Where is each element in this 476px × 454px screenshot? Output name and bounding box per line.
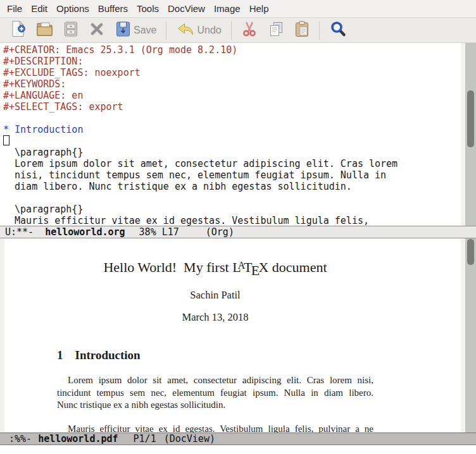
left-fringe: [0, 238, 4, 433]
menu-item-image[interactable]: Image: [210, 3, 245, 14]
buffer-line: [3, 113, 460, 124]
toolbar-separator: [231, 21, 232, 40]
scrollbar-track-org[interactable]: [465, 43, 476, 226]
pdf-text-line: Nunc tristique ex a nibh egestas sollici…: [57, 399, 373, 412]
scrollbar-thumb-org[interactable]: [467, 90, 474, 147]
file-cabinet-icon: [63, 21, 78, 40]
buffer-line: Mauris efficitur vitae ex id egestas. Ve…: [3, 215, 460, 226]
echo-area[interactable]: [0, 445, 476, 454]
undo-button[interactable]: Undo: [171, 19, 226, 42]
mode-line-org: U:**- helloworld.org 38% L17 (Org): [0, 226, 476, 238]
pdf-section-heading: 1Introduction: [57, 348, 141, 362]
docview-window[interactable]: Hello World! My first LATEX document Sac…: [0, 238, 476, 433]
new-file-icon: [10, 20, 26, 40]
buffer-line: #+DESCRIPTION:: [3, 56, 460, 67]
open-folder-icon: [36, 21, 53, 39]
scrollbar-thumb-pdf[interactable]: [467, 239, 474, 265]
scissors-icon: [241, 21, 258, 40]
mode-line-pdf: :%%- helloworld.pdf P1/1 (DocView): [0, 433, 476, 445]
copy-pages-icon: [268, 21, 284, 40]
save-button-label: Save: [134, 25, 156, 36]
new-file-button[interactable]: [5, 19, 31, 42]
undo-arrow-icon: [176, 21, 194, 39]
right-fringe: [461, 238, 465, 433]
buffer-line: #+EXCLUDE_TAGS: noexport: [3, 67, 460, 78]
modeline-buffer-name: helloworld.org: [45, 226, 125, 238]
paste-button[interactable]: [289, 19, 315, 42]
buffer-line: diam libero. Nunc tristique ex a nibh eg…: [3, 181, 460, 192]
buffer-line: nisi, tincidunt tempus sem nec, elementu…: [3, 169, 460, 181]
toolbar-separator: [166, 21, 166, 40]
right-fringe: [461, 43, 465, 226]
buffer-line: [3, 192, 460, 204]
modeline-major-mode[interactable]: (DocView): [164, 433, 215, 445]
modeline-flags: :%%-: [9, 433, 32, 445]
menu-item-options[interactable]: Options: [52, 3, 94, 14]
buffer-line: #+KEYWORDS:: [3, 78, 460, 90]
menu-item-tools[interactable]: Tools: [132, 3, 163, 14]
buffer-line: #+SELECT_TAGS: export: [3, 101, 460, 113]
search-icon: [329, 20, 347, 40]
buffer-line: [3, 135, 460, 147]
save-disk-icon: [115, 21, 131, 40]
pdf-page: Hello World! My first LATEX document Sac…: [4, 238, 426, 433]
pdf-text-line: Lorem ipsum dolor sit amet, consectetur …: [57, 374, 373, 387]
pdf-partial-line: Mauris efficitur vitae ex id egestas. Ve…: [57, 423, 373, 433]
section-title: Introduction: [75, 348, 141, 362]
latex-logo: LATEX: [232, 259, 268, 275]
modeline-line-number: L17: [162, 226, 179, 238]
pdf-author: Sachin Patil: [4, 289, 426, 302]
section-number: 1: [57, 348, 63, 362]
modeline-buffer-name: helloworld.pdf: [38, 433, 118, 445]
pdf-title: Hello World! My first LATEX document: [4, 259, 426, 279]
menu-item-docview[interactable]: DocView: [163, 3, 210, 14]
copy-button[interactable]: [263, 19, 289, 42]
search-button[interactable]: [324, 19, 352, 42]
modeline-scroll-percent: 38%: [139, 226, 156, 238]
buffer-line: #+CREATOR: Emacs 25.3.1 (Org mode 8.2.10…: [3, 44, 460, 56]
org-buffer-window[interactable]: #+CREATOR: Emacs 25.3.1 (Org mode 8.2.10…: [0, 43, 476, 226]
menu-item-help[interactable]: Help: [245, 3, 273, 14]
pdf-date: March 13, 2018: [4, 311, 426, 324]
close-x-icon: [89, 21, 105, 40]
save-button[interactable]: Save: [110, 19, 161, 42]
menu-items: FileEditOptionsBuffersToolsDocViewImageH…: [3, 3, 273, 14]
buffer-line: \paragraph{}: [3, 147, 460, 158]
toolbar: Save Undo: [0, 18, 476, 43]
emacs-frame: FileEditOptionsBuffersToolsDocViewImageH…: [0, 0, 476, 454]
cut-button[interactable]: [236, 19, 263, 42]
scrollbar-track-pdf[interactable]: [465, 238, 476, 433]
buffer-line: #+LANGUAGE: en: [3, 90, 460, 101]
open-file-button[interactable]: [31, 19, 58, 42]
menu-item-buffers[interactable]: Buffers: [94, 3, 132, 14]
modeline-flags: U:**-: [5, 226, 34, 238]
pdf-paragraph: Lorem ipsum dolor sit amet, consectetur …: [57, 374, 373, 412]
save-as-button[interactable]: [58, 19, 84, 42]
menu-bar: FileEditOptionsBuffersToolsDocViewImageH…: [0, 0, 476, 18]
close-buffer-button[interactable]: [84, 19, 110, 42]
menu-item-file[interactable]: File: [3, 3, 27, 14]
buffer-line: Lorem ipsum dolor sit amet, consectetur …: [3, 158, 460, 169]
clipboard-icon: [294, 21, 310, 40]
org-buffer-text[interactable]: #+CREATOR: Emacs 25.3.1 (Org mode 8.2.10…: [3, 44, 460, 226]
text-cursor: [3, 135, 9, 145]
menu-item-edit[interactable]: Edit: [27, 3, 52, 14]
toolbar-separator: [319, 21, 320, 40]
modeline-major-mode[interactable]: (Org): [206, 226, 234, 238]
pdf-text-line: tincidunt tempus sem nec, elementum feug…: [57, 387, 373, 400]
buffer-line: \paragraph{}: [3, 204, 460, 215]
undo-button-label: Undo: [197, 25, 221, 36]
buffer-line: * Introduction: [3, 124, 460, 135]
modeline-page-indicator: P1/1: [134, 433, 156, 445]
